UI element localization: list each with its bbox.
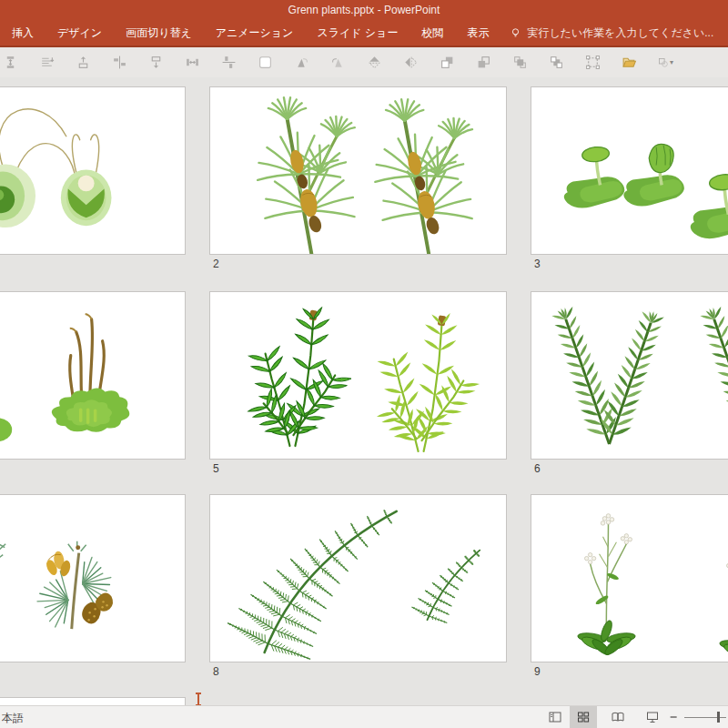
slide-number: 6 bbox=[534, 462, 541, 475]
clubmoss-plants-image bbox=[210, 292, 506, 459]
slideshow-button[interactable] bbox=[639, 706, 666, 728]
fir-clubmoss-plants-image bbox=[531, 292, 728, 459]
distribute-vertically-icon[interactable] bbox=[3, 55, 18, 70]
reading-view-icon bbox=[611, 710, 625, 724]
language-indicator[interactable]: 本語 bbox=[2, 711, 24, 726]
normal-view-button[interactable] bbox=[542, 706, 568, 728]
distribute-horizontally-icon[interactable] bbox=[185, 55, 200, 70]
tab-design[interactable]: デザイン bbox=[46, 20, 114, 46]
shape-fill-icon[interactable] bbox=[258, 55, 273, 70]
slide-thumbnail-3[interactable]: 3 bbox=[531, 86, 728, 273]
tab-slideshow[interactable]: スライド ショー bbox=[305, 20, 410, 46]
zoom-slider-handle[interactable] bbox=[717, 712, 720, 723]
slide-number: 5 bbox=[213, 462, 219, 475]
slide-thumbnail-1[interactable] bbox=[0, 86, 186, 273]
titlebar: Grenn plants.pptx - PowerPoint bbox=[0, 0, 728, 20]
moss-with-sporophytes-image bbox=[0, 292, 185, 459]
fern-fronds-image bbox=[210, 495, 506, 662]
slide-thumbnail-6[interactable]: 6 bbox=[531, 291, 728, 478]
flip-horizontal-icon[interactable] bbox=[403, 55, 419, 70]
ribbon-tab-bar: 挿入デザイン画面切り替えアニメーションスライド ショー校閲表示 実行したい作業を… bbox=[0, 20, 728, 47]
tab-review[interactable]: 校閲 bbox=[410, 20, 455, 46]
shapes-dropdown-icon[interactable]: ▾ bbox=[658, 55, 673, 70]
normal-view-icon bbox=[548, 710, 562, 724]
insertion-cursor bbox=[197, 693, 199, 705]
liverwort-plants-image bbox=[531, 87, 728, 254]
tab-transitions[interactable]: 画面切り替え bbox=[114, 20, 204, 46]
pine-sprig-with-cones-image bbox=[0, 495, 185, 662]
quick-access-toolbar: ▾ bbox=[0, 47, 728, 77]
bring-to-front-icon[interactable] bbox=[512, 55, 528, 70]
slide-thumbnail-2[interactable]: 2 bbox=[209, 86, 507, 273]
lightbulb-icon bbox=[510, 27, 521, 39]
tab-insert[interactable]: 挿入 bbox=[0, 20, 46, 46]
statusbar: 本語 bbox=[0, 705, 728, 728]
open-folder-icon[interactable] bbox=[622, 55, 637, 70]
slide-thumbnail-7[interactable] bbox=[0, 494, 186, 681]
slide-sorter-canvas[interactable]: 2 bbox=[0, 77, 728, 705]
slide-number: 3 bbox=[534, 258, 541, 270]
horsetail-plants-image bbox=[210, 87, 506, 254]
ribbon-tabs: 挿入デザイン画面切り替えアニメーションスライド ショー校閲表示 bbox=[0, 20, 500, 46]
tab-view[interactable]: 表示 bbox=[455, 20, 500, 46]
tell-me-label: 実行したい作業を入力してください... bbox=[527, 25, 713, 41]
group-objects-icon[interactable] bbox=[585, 55, 601, 70]
move-down-icon[interactable] bbox=[148, 55, 164, 70]
bring-forward-icon[interactable] bbox=[440, 55, 455, 70]
reading-view-button[interactable] bbox=[604, 706, 632, 728]
slide-number: 2 bbox=[213, 258, 219, 270]
align-center-horizontal-icon[interactable] bbox=[112, 55, 127, 70]
move-up-icon[interactable] bbox=[76, 55, 91, 70]
slide-thumbnail-10[interactable] bbox=[0, 697, 186, 705]
zoom-out-icon bbox=[668, 711, 681, 723]
align-text-icon[interactable] bbox=[39, 55, 55, 70]
slide-number: 8 bbox=[213, 665, 219, 678]
send-backward-icon[interactable] bbox=[476, 55, 491, 70]
rosette-flowering-plants-image bbox=[531, 495, 728, 662]
slide-thumbnail-5[interactable]: 5 bbox=[209, 291, 507, 478]
zoom-out-button[interactable] bbox=[668, 706, 681, 728]
tab-animations[interactable]: アニメーション bbox=[204, 20, 306, 46]
slideshow-icon bbox=[645, 710, 660, 724]
rotate-left-icon[interactable] bbox=[330, 55, 346, 70]
slide-sorter-view-button[interactable] bbox=[570, 706, 597, 728]
slide-number: 9 bbox=[534, 665, 541, 678]
slide-thumbnail-9[interactable]: 9 bbox=[531, 494, 728, 681]
slide-thumbnail-4[interactable] bbox=[0, 291, 186, 478]
send-to-back-icon[interactable] bbox=[549, 55, 564, 70]
zoom-slider[interactable] bbox=[684, 717, 726, 718]
flip-vertical-icon[interactable] bbox=[367, 55, 382, 70]
green-algae-cells-image bbox=[0, 87, 185, 254]
align-middle-vertical-icon[interactable] bbox=[221, 55, 237, 70]
slide-thumbnail-8[interactable]: 8 bbox=[209, 494, 507, 681]
slide-sorter-view-icon bbox=[576, 710, 591, 724]
rotate-right-icon[interactable] bbox=[294, 55, 309, 70]
tell-me-box[interactable]: 実行したい作業を入力してください... bbox=[510, 25, 713, 41]
blank-slide-image bbox=[0, 698, 185, 705]
window-title: Grenn plants.pptx - PowerPoint bbox=[288, 4, 440, 16]
dropdown-caret-icon: ▾ bbox=[670, 58, 673, 66]
